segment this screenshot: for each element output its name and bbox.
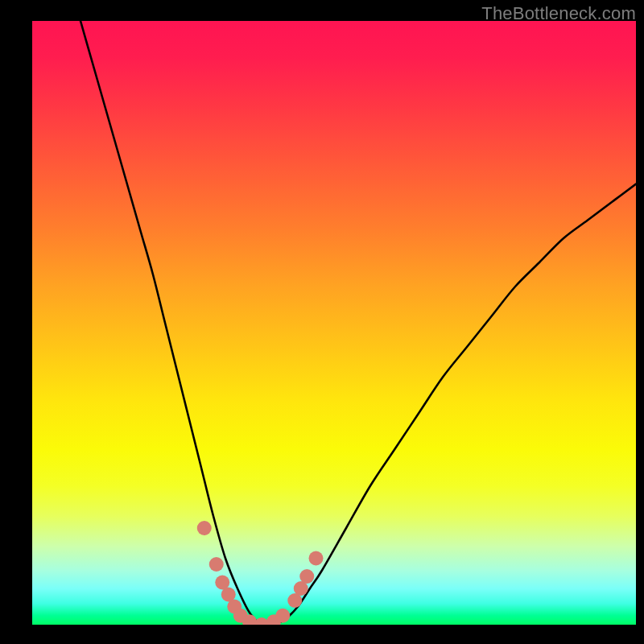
highlight-dots xyxy=(197,521,324,625)
highlight-dot xyxy=(299,569,314,584)
highlight-dot xyxy=(309,551,324,566)
highlight-dot xyxy=(275,609,290,623)
curve-layer xyxy=(32,21,636,625)
plot-area xyxy=(32,21,636,625)
chart-frame: TheBottleneck.com xyxy=(0,0,644,644)
bottleneck-curve xyxy=(80,21,636,625)
highlight-dot xyxy=(197,521,212,535)
highlight-dot xyxy=(209,557,224,572)
